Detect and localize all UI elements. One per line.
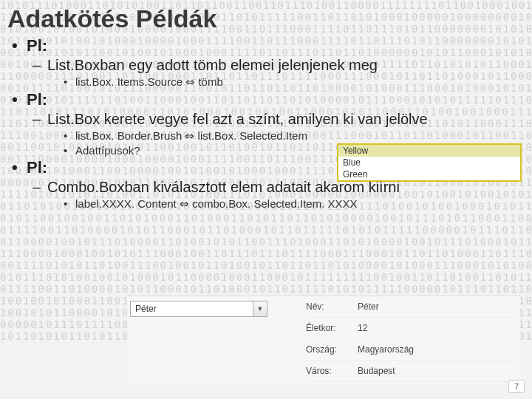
example-3-detail-0: label.XXXX. Content ⇔ combo.Box. Selecte…	[75, 197, 532, 211]
listbox-item[interactable]: Green	[338, 168, 520, 180]
example-2-detail-0: list.Box. Border.Brush ⇔ list.Box. Selec…	[75, 129, 532, 143]
example-label: Pl:	[27, 36, 47, 55]
example-label: Pl:	[27, 158, 47, 177]
form-label: Ország:	[306, 344, 358, 355]
bullet-list: Pl: List.Boxban egy adott tömb elemei je…	[0, 36, 532, 211]
combobox-value: Péter	[135, 304, 157, 314]
form-row: Név: Péter	[306, 296, 513, 318]
form-label: Név:	[306, 301, 358, 312]
form-value: 12	[358, 323, 513, 333]
person-combobox[interactable]: Péter ▼	[130, 301, 267, 317]
chevron-down-icon[interactable]: ▼	[253, 301, 267, 316]
example-1-detail-0: list.Box. Items.Source ⇔ tömb	[75, 75, 532, 89]
color-listbox[interactable]: Yellow Blue Green	[337, 143, 522, 182]
form-value: Magyarország	[358, 344, 513, 355]
form-panel: Péter ▼ Név: Péter Életkor: 12 Ország: M…	[127, 296, 520, 385]
listbox-selected-item[interactable]: Yellow	[338, 145, 520, 157]
page-number: 7	[508, 380, 525, 393]
example-1: Pl: List.Boxban egy adott tömb elemei je…	[27, 36, 532, 89]
details-form: Név: Péter Életkor: 12 Ország: Magyarors…	[306, 296, 513, 382]
form-row: Életkor: 12	[306, 318, 513, 339]
form-value: Péter	[358, 301, 513, 312]
slide-title: Adatkötés Példák	[0, 0, 532, 35]
example-label: Pl:	[27, 90, 47, 109]
listbox-item[interactable]: Blue	[338, 157, 520, 168]
form-row: Ország: Magyarország	[306, 339, 513, 361]
form-row: Város: Budapest	[306, 361, 513, 382]
example-1-desc: List.Boxban egy adott tömb elemei jelenj…	[47, 57, 532, 74]
form-value: Budapest	[358, 366, 513, 376]
form-label: Város:	[306, 366, 358, 376]
example-2-desc: List.Box kerete vegye fel azt a színt, a…	[47, 111, 532, 128]
form-label: Életkor:	[306, 323, 358, 333]
